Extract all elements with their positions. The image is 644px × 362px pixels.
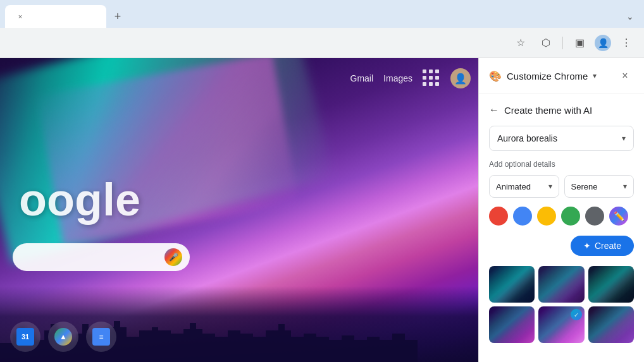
theme-dropdown[interactable]: Aurora borealis ▾ xyxy=(489,126,634,151)
theme-thumbnail-4[interactable] xyxy=(489,306,535,343)
panel-header: 🎨 Customize Chrome ▾ × xyxy=(479,58,644,94)
tab-strip-right: ⌄ xyxy=(621,8,639,25)
browser-frame: × + ⌄ ☆ ⬡ ▣ 👤 ⋮ xyxy=(0,0,644,362)
mood-dropdown[interactable]: Serene ▾ xyxy=(564,175,635,198)
active-tab[interactable]: × xyxy=(5,5,106,28)
images-link[interactable]: Images xyxy=(383,73,412,83)
panel-header-left: 🎨 Customize Chrome ▾ xyxy=(489,70,597,82)
customize-chrome-panel: 🎨 Customize Chrome ▾ × ← Create theme wi… xyxy=(478,58,644,362)
color-swatch-red[interactable] xyxy=(489,207,508,226)
mood-dropdown-arrow-icon: ▾ xyxy=(623,182,627,191)
color-swatches: ✏️ xyxy=(489,207,634,226)
color-swatch-blue[interactable] xyxy=(513,207,532,226)
style-mood-dropdowns-row: Animated ▾ Serene ▾ xyxy=(489,175,634,198)
customize-chrome-icon: 🎨 xyxy=(489,70,502,82)
search-bar[interactable]: 🎤 xyxy=(13,243,190,271)
theme-thumbnail-1[interactable] xyxy=(489,266,535,303)
star-icon: ☆ xyxy=(516,37,525,49)
back-button[interactable]: ← xyxy=(489,104,499,116)
mood-dropdown-value: Serene xyxy=(571,182,598,191)
color-swatch-dark[interactable] xyxy=(585,207,604,226)
browser-toolbar: ☆ ⬡ ▣ 👤 ⋮ xyxy=(0,28,644,58)
docs-icon: ≡ xyxy=(92,328,110,346)
three-dot-menu-icon: ⋮ xyxy=(621,37,631,49)
profile-avatar[interactable]: 👤 xyxy=(595,35,611,51)
shortcut-calendar[interactable]: 31 xyxy=(10,322,40,352)
newtab-profile-avatar[interactable]: 👤 xyxy=(450,68,471,88)
tab-bar: × + ⌄ xyxy=(0,0,644,28)
create-sparkle-icon: ✦ xyxy=(583,241,591,251)
shortcut-drive[interactable]: ▲ xyxy=(48,322,78,352)
apps-dot xyxy=(429,82,433,86)
newtab-topnav: Gmail Images 👤 xyxy=(350,68,471,88)
theme-dropdown-arrow-icon: ▾ xyxy=(622,134,626,143)
panel-close-button[interactable]: × xyxy=(616,67,634,85)
color-swatch-green[interactable] xyxy=(561,207,580,226)
create-button-label: Create xyxy=(595,241,621,251)
apps-dot xyxy=(423,76,426,80)
style-dropdown[interactable]: Animated ▾ xyxy=(489,175,559,198)
avatar-icon: 👤 xyxy=(598,38,609,48)
new-tab-button[interactable]: + xyxy=(109,8,127,25)
gmail-link[interactable]: Gmail xyxy=(350,73,374,83)
apps-dot xyxy=(435,69,439,73)
theme-thumbnail-3[interactable] xyxy=(588,266,634,303)
color-swatch-yellow[interactable] xyxy=(537,207,556,226)
sidebar-icon: ▣ xyxy=(575,37,585,49)
google-apps-button[interactable] xyxy=(423,69,440,87)
apps-dot xyxy=(429,76,433,80)
panel-title: Customize Chrome xyxy=(507,71,588,81)
panel-dropdown-arrow-icon[interactable]: ▾ xyxy=(593,71,597,80)
panel-body: ← Create theme with AI Aurora borealis ▾… xyxy=(479,94,644,362)
toolbar-separator xyxy=(562,37,563,49)
theme-thumbnail-5[interactable]: ✓ xyxy=(538,306,584,343)
voice-search-icon[interactable]: 🎤 xyxy=(164,248,182,266)
extensions-icon: ⬡ xyxy=(542,37,550,49)
create-button[interactable]: ✦ Create xyxy=(571,236,634,256)
apps-dot xyxy=(423,82,426,86)
style-dropdown-arrow-icon: ▾ xyxy=(548,182,552,191)
tab-close-button[interactable]: × xyxy=(15,11,25,21)
extensions-button[interactable]: ⬡ xyxy=(536,33,556,53)
theme-thumbnail-2[interactable] xyxy=(538,266,584,303)
shortcuts-bar: 31 ▲ ≡ xyxy=(10,322,116,352)
section-title: Create theme with AI xyxy=(504,105,592,116)
google-logo: oogle xyxy=(19,174,140,226)
bookmark-star-button[interactable]: ☆ xyxy=(511,33,531,53)
theme-thumbnail-6[interactable] xyxy=(588,306,634,343)
main-area: Gmail Images 👤 oogle � xyxy=(0,58,644,362)
apps-dot xyxy=(423,69,426,73)
theme-thumbnail-grid: ✓ xyxy=(489,266,634,343)
menu-button[interactable]: ⋮ xyxy=(616,33,636,53)
style-dropdown-value: Animated xyxy=(496,182,531,191)
calendar-icon: 31 xyxy=(16,328,34,346)
thumbnail-selected-check: ✓ xyxy=(571,309,582,320)
shortcut-docs[interactable]: ≡ xyxy=(86,322,116,352)
chevron-down-icon: ⌄ xyxy=(626,11,634,21)
apps-dot xyxy=(435,82,439,86)
theme-dropdown-value: Aurora borealis xyxy=(497,133,557,143)
drive-icon: ▲ xyxy=(54,328,72,346)
back-header: ← Create theme with AI xyxy=(489,104,634,116)
sidebar-toggle-button[interactable]: ▣ xyxy=(569,33,590,53)
optional-details-label: Add optional details xyxy=(489,160,634,169)
color-swatch-custom[interactable]: ✏️ xyxy=(609,207,628,226)
apps-dot xyxy=(435,76,439,80)
newtab-page: Gmail Images 👤 oogle � xyxy=(0,58,478,362)
apps-dot xyxy=(429,69,433,73)
